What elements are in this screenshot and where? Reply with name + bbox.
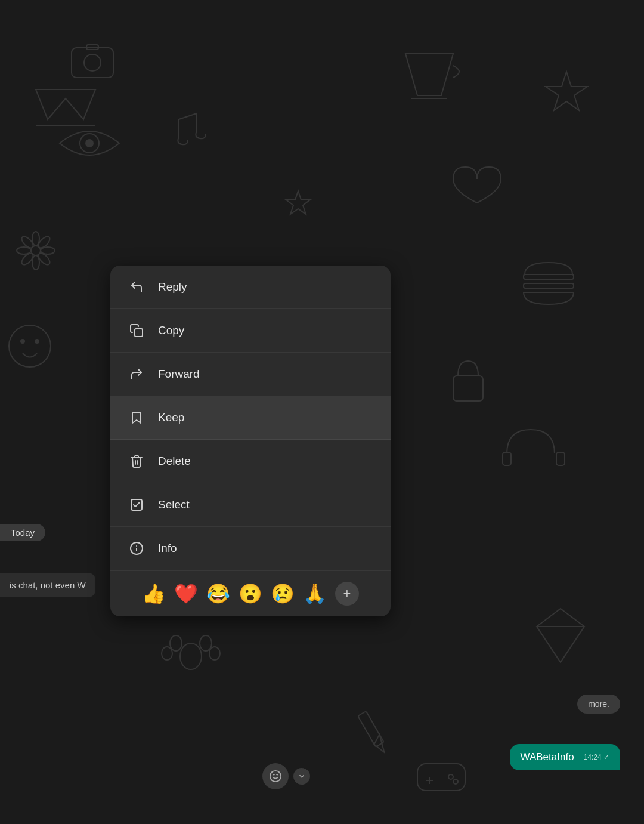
- today-label: Today: [11, 527, 35, 538]
- bubble-name: WABetaInfo: [521, 751, 574, 763]
- copy-icon: [128, 322, 145, 339]
- more-button: more.: [577, 695, 620, 714]
- emoji-heart[interactable]: ❤️: [174, 584, 198, 603]
- menu-item-reply[interactable]: Reply: [110, 266, 391, 309]
- emoji-reaction-row: 👍 ❤️ 😂 😮 😢 🙏 +: [110, 570, 391, 616]
- context-menu: Reply Copy Forward Keep: [110, 266, 391, 616]
- chevron-down-button[interactable]: [293, 768, 310, 785]
- emoji-laugh[interactable]: 😂: [206, 584, 230, 603]
- menu-item-keep[interactable]: Keep: [110, 396, 391, 440]
- menu-label-keep: Keep: [158, 411, 184, 424]
- emoji-pray[interactable]: 🙏: [303, 584, 327, 603]
- info-icon: [128, 540, 145, 557]
- menu-item-info[interactable]: Info: [110, 527, 391, 570]
- delete-icon: [128, 453, 145, 470]
- checkbox-icon: [128, 496, 145, 513]
- svg-rect-48: [135, 329, 143, 337]
- smiley-button[interactable]: [262, 763, 289, 789]
- bubble-time: 14:24 ✓: [584, 753, 609, 761]
- menu-label-info: Info: [158, 542, 177, 555]
- emoji-more-button[interactable]: +: [335, 582, 359, 606]
- menu-label-reply: Reply: [158, 280, 187, 294]
- chat-message-partial: is chat, not even W: [0, 573, 95, 597]
- wabetainfo-bubble: WABetaInfo 14:24 ✓: [510, 744, 620, 770]
- emoji-cry[interactable]: 😢: [271, 584, 295, 603]
- bookmark-icon: [128, 409, 145, 426]
- menu-item-forward[interactable]: Forward: [110, 353, 391, 396]
- today-pill: Today: [0, 524, 45, 541]
- menu-label-delete: Delete: [158, 455, 191, 468]
- menu-label-copy: Copy: [158, 324, 184, 337]
- emoji-surprised[interactable]: 😮: [239, 584, 262, 603]
- emoji-thumbsup[interactable]: 👍: [142, 584, 166, 603]
- menu-label-forward: Forward: [158, 368, 200, 381]
- menu-item-delete[interactable]: Delete: [110, 440, 391, 483]
- reply-icon: [128, 279, 145, 295]
- menu-item-copy[interactable]: Copy: [110, 309, 391, 353]
- menu-label-select: Select: [158, 498, 190, 511]
- svg-point-53: [270, 771, 281, 782]
- forward-icon: [128, 366, 145, 382]
- menu-item-select[interactable]: Select: [110, 483, 391, 527]
- reaction-bar: [262, 763, 310, 789]
